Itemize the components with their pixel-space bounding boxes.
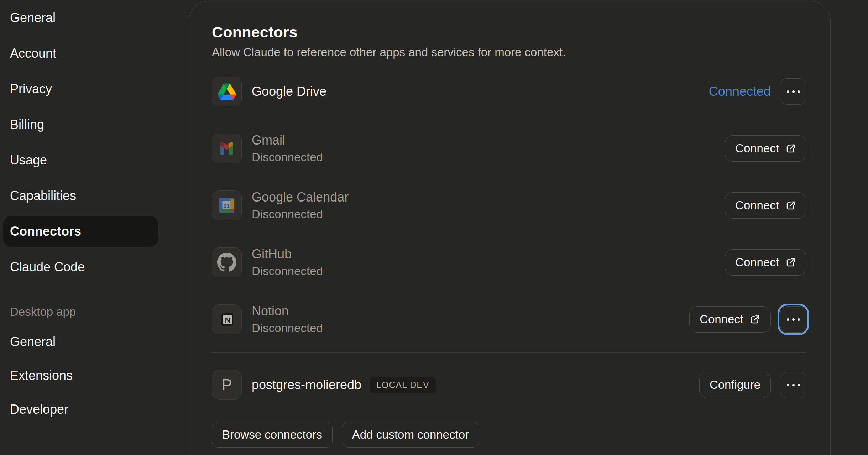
ellipsis-icon	[787, 318, 800, 321]
sidebar-item-extensions[interactable]: Extensions	[3, 359, 158, 392]
connector-name: GitHub	[252, 247, 323, 262]
page-title: Connectors	[212, 23, 806, 41]
gmail-connect-button[interactable]: Connect	[725, 135, 806, 162]
connect-button-label: Connect	[700, 313, 743, 326]
ellipsis-icon	[787, 90, 800, 93]
connectors-panel: Connectors Allow Claude to reference oth…	[189, 1, 831, 455]
external-link-icon	[785, 143, 796, 154]
sidebar-item-privacy[interactable]: Privacy	[3, 71, 158, 107]
google-calendar-connect-button[interactable]: Connect	[725, 192, 806, 219]
notion-menu-button[interactable]	[780, 306, 806, 333]
postgres-menu-button[interactable]	[780, 372, 806, 398]
google-calendar-icon: 31	[212, 190, 242, 220]
connect-button-label: Connect	[735, 142, 779, 155]
sidebar-item-claude-code[interactable]: Claude Code	[3, 249, 158, 285]
sidebar-item-connectors[interactable]: Connectors	[3, 216, 158, 247]
connector-list: Google Drive Connected G	[212, 63, 806, 413]
browse-connectors-button[interactable]: Browse connectors	[212, 422, 333, 448]
external-link-icon	[785, 200, 796, 211]
connector-status: Disconnected	[252, 321, 323, 335]
google-drive-icon	[212, 77, 242, 106]
page-subtitle: Allow Claude to reference other apps and…	[212, 45, 806, 59]
github-icon	[212, 247, 242, 277]
connector-footer-actions: Browse connectors Add custom connector	[212, 422, 806, 448]
add-custom-connector-label: Add custom connector	[352, 428, 469, 441]
browse-connectors-label: Browse connectors	[222, 428, 322, 441]
settings-sidebar: General Account Privacy Billing Usage Ca…	[0, 0, 189, 455]
sidebar-item-desktop-general[interactable]: General	[3, 325, 158, 359]
connect-button-label: Connect	[735, 256, 779, 269]
local-dev-badge: LOCAL DEV	[370, 377, 435, 393]
connect-button-label: Connect	[735, 199, 779, 212]
sidebar-item-general[interactable]: General	[3, 0, 158, 36]
connector-status: Disconnected	[252, 265, 323, 278]
calendar-day-number: 31	[223, 203, 230, 209]
github-connect-button[interactable]: Connect	[725, 249, 806, 276]
add-custom-connector-button[interactable]: Add custom connector	[342, 422, 479, 448]
google-drive-menu-button[interactable]	[780, 78, 806, 105]
connector-status: Disconnected	[252, 151, 323, 164]
configure-button[interactable]: Configure	[699, 372, 771, 398]
connector-row-postgres-molieredb: P postgres-molieredb LOCAL DEV Configure	[212, 356, 806, 413]
list-divider	[212, 352, 806, 353]
connector-name: Google Drive	[252, 84, 326, 99]
notion-icon: N	[212, 304, 242, 334]
connector-row-google-calendar: 31 Google Calendar Disconnected Connect	[212, 177, 806, 234]
svg-text:N: N	[225, 316, 231, 325]
connector-status: Disconnected	[252, 208, 349, 221]
sidebar-item-billing[interactable]: Billing	[3, 107, 158, 142]
connector-name: Notion	[252, 304, 323, 319]
ellipsis-icon	[787, 384, 800, 386]
connector-row-notion: N Notion Disconnected Connect	[212, 291, 806, 348]
gmail-icon	[212, 134, 242, 163]
connector-letter: P	[221, 376, 232, 394]
sidebar-item-account[interactable]: Account	[3, 36, 158, 71]
external-link-icon	[785, 257, 796, 268]
configure-button-label: Configure	[710, 378, 760, 392]
connector-row-github: GitHub Disconnected Connect	[212, 234, 806, 291]
sidebar-item-usage[interactable]: Usage	[3, 142, 158, 178]
connector-name: postgres-molieredb	[252, 377, 361, 392]
sidebar-item-developer[interactable]: Developer	[3, 392, 158, 426]
external-link-icon	[750, 314, 760, 325]
connector-row-google-drive: Google Drive Connected	[212, 63, 806, 120]
postgres-connector-icon: P	[212, 370, 242, 400]
connector-row-gmail: Gmail Disconnected Connect	[212, 120, 806, 177]
sidebar-section-desktop-app: Desktop app	[0, 299, 189, 325]
sidebar-item-capabilities[interactable]: Capabilities	[3, 178, 158, 214]
connector-name: Gmail	[252, 133, 323, 148]
connected-link[interactable]: Connected	[709, 84, 771, 99]
connector-name: Google Calendar	[252, 190, 349, 205]
notion-connect-button[interactable]: Connect	[689, 306, 771, 333]
